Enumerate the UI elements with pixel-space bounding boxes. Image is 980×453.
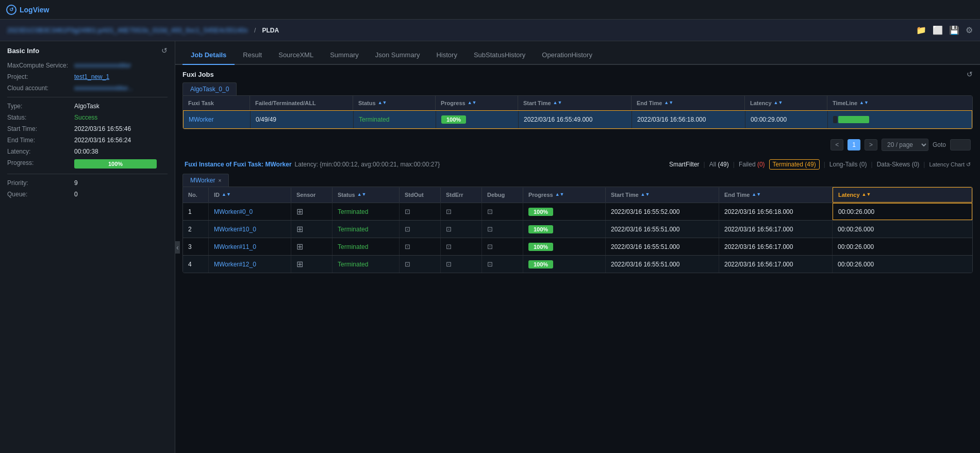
td-debug[interactable]: ⊡ xyxy=(482,238,523,255)
fuxi-table-header: Fuxi Task Failed/Terminated/ALL Status ▲… xyxy=(183,96,972,110)
tab-sourcexml[interactable]: SourceXML xyxy=(270,46,322,65)
app-title: LogView xyxy=(20,6,49,14)
info-row-latency: Latency: 00:00:38 xyxy=(7,148,168,155)
td-sensor[interactable]: ⊞ xyxy=(291,238,333,255)
sensor-icon: ⊞ xyxy=(296,259,303,269)
td-stderr[interactable]: ⊡ xyxy=(441,256,482,273)
tab-json-summary[interactable]: Json Summary xyxy=(367,46,428,65)
inst-th-stdout: StdOut xyxy=(400,188,441,202)
td-end-time: 2022/03/16 16:56:17.000 xyxy=(719,221,833,238)
td-stdout[interactable]: ⊡ xyxy=(400,256,441,273)
th-status[interactable]: Status ▲▼ xyxy=(353,96,436,110)
latency-chart-button[interactable]: Latency Chart ↺ xyxy=(929,161,971,168)
inst-th-latency[interactable]: Latency ▲▼ xyxy=(833,187,972,203)
window-icon[interactable]: ⬜ xyxy=(933,25,943,35)
inst-th-id[interactable]: ID ▲▼ xyxy=(209,188,291,202)
inst-th-no: No. xyxy=(183,188,209,202)
tab-result[interactable]: Result xyxy=(235,46,270,65)
label-maxcompute: MaxCompute Service: xyxy=(7,62,74,69)
info-row-progress: Progress: 100% xyxy=(7,159,168,169)
td-status: Terminated xyxy=(333,256,400,273)
fuxi-jobs-refresh-icon[interactable]: ↺ xyxy=(967,70,973,78)
th-timeline[interactable]: TimeLine ▲▼ xyxy=(827,96,972,110)
fuxi-table: Fuxi Task Failed/Terminated/ALL Status ▲… xyxy=(182,95,973,129)
td-stdout[interactable]: ⊡ xyxy=(400,238,441,255)
settings-icon[interactable]: ⚙ xyxy=(966,25,973,35)
instance-tab-mworker[interactable]: MWorker × xyxy=(182,174,229,187)
goto-input[interactable] xyxy=(950,139,971,150)
td-stderr[interactable]: ⊡ xyxy=(441,238,482,255)
th-latency[interactable]: Latency ▲▼ xyxy=(745,96,827,110)
tab-operation-history[interactable]: OperationHistory xyxy=(534,46,601,65)
filter-longtails[interactable]: Long-Tails (0) xyxy=(829,161,867,168)
table-row[interactable]: 4 MWorker#12_0 ⊞ Terminated ⊡ ⊡ ⊡ 100% 2… xyxy=(183,255,972,273)
td-sensor[interactable]: ⊞ xyxy=(291,203,333,220)
next-page-button[interactable]: > xyxy=(865,139,877,150)
prev-page-button[interactable]: < xyxy=(830,139,843,150)
table-row[interactable]: 2 MWorker#10_0 ⊞ Terminated ⊡ ⊡ ⊡ 100% 2… xyxy=(183,220,972,238)
tab-substatus-history[interactable]: SubStatusHistory xyxy=(466,46,534,65)
inst-th-progress[interactable]: Progress ▲▼ xyxy=(523,188,606,202)
td-id[interactable]: MWorker#12_0 xyxy=(209,256,291,273)
table-row[interactable]: 1 MWorker#0_0 ⊞ Terminated ⊡ ⊡ ⊡ 100% 20… xyxy=(183,203,972,220)
inst-th-status[interactable]: Status ▲▼ xyxy=(333,188,400,202)
logo-icon: ↺ xyxy=(6,5,16,15)
value-queue: 0 xyxy=(74,191,78,198)
td-debug[interactable]: ⊡ xyxy=(482,256,523,273)
tab-history[interactable]: History xyxy=(428,46,465,65)
top-actions: 📁 ⬜ 💾 ⚙ xyxy=(916,25,973,35)
collapse-panel-button[interactable]: ‹ xyxy=(175,241,180,254)
td-id[interactable]: MWorker#0_0 xyxy=(209,203,291,220)
per-page-select[interactable]: 20 / page 50 / page 100 / page xyxy=(882,139,928,151)
filter-terminated[interactable]: Terminated (49) xyxy=(769,159,820,170)
sensor-icon: ⊞ xyxy=(296,207,303,216)
td-id[interactable]: MWorker#10_0 xyxy=(209,221,291,238)
label-end-time: End Time: xyxy=(7,137,74,144)
tabs-bar: Job Details Result SourceXML Summary Jso… xyxy=(175,41,980,65)
filter-failed[interactable]: Failed (0) xyxy=(739,161,765,168)
left-panel-header: Basic Info ↺ xyxy=(7,46,168,55)
td-progress: 100% xyxy=(523,221,606,238)
value-project[interactable]: test1_new_1 xyxy=(74,73,109,80)
info-row-cloud: Cloud account: xxxxxxxxxxxxxxblur... xyxy=(7,85,168,92)
tab-summary[interactable]: Summary xyxy=(322,46,367,65)
value-status: Success xyxy=(74,114,97,121)
instance-tab-close-icon[interactable]: × xyxy=(218,178,221,183)
td-id[interactable]: MWorker#11_0 xyxy=(209,238,291,255)
label-queue: Queue: xyxy=(7,191,74,198)
fuxi-table-row[interactable]: MWorker 0/49/49 Terminated 100% 2022/03/… xyxy=(183,110,972,129)
label-start-time: Start Time: xyxy=(7,125,74,132)
top-bar: ↺ LogView xyxy=(0,0,980,20)
info-row-queue: Queue: 0 xyxy=(7,191,168,198)
inst-th-end-time[interactable]: End Time ▲▼ xyxy=(719,188,833,202)
table-row[interactable]: 3 MWorker#11_0 ⊞ Terminated ⊡ ⊡ ⊡ 100% 2… xyxy=(183,238,972,255)
folder-icon[interactable]: 📁 xyxy=(916,25,926,35)
td-stdout[interactable]: ⊡ xyxy=(400,203,441,220)
th-end-time[interactable]: End Time ▲▼ xyxy=(632,96,745,110)
algo-task-tab[interactable]: AlgoTask_0_0 xyxy=(182,82,237,95)
filter-smart-filter[interactable]: SmartFilter xyxy=(669,161,700,168)
page-1-button[interactable]: 1 xyxy=(848,139,860,150)
td-sensor[interactable]: ⊞ xyxy=(291,256,333,273)
save-icon[interactable]: 💾 xyxy=(949,25,959,35)
info-row-priority: Priority: 9 xyxy=(7,179,168,187)
td-stdout[interactable]: ⊡ xyxy=(400,221,441,238)
info-row-status: Status: Success xyxy=(7,114,168,121)
td-debug[interactable]: ⊡ xyxy=(482,221,523,238)
th-start-time[interactable]: Start Time ▲▼ xyxy=(518,96,632,110)
td-sensor[interactable]: ⊞ xyxy=(291,221,333,238)
td-latency: 00:00:26.000 xyxy=(833,221,972,238)
th-progress[interactable]: Progress ▲▼ xyxy=(436,96,518,110)
td-stderr[interactable]: ⊡ xyxy=(441,221,482,238)
td-stderr[interactable]: ⊡ xyxy=(441,203,482,220)
filter-dataskews[interactable]: Data-Skews (0) xyxy=(877,161,920,168)
tab-job-details[interactable]: Job Details xyxy=(182,46,235,65)
refresh-icon[interactable]: ↺ xyxy=(161,46,168,55)
td-fuxi-task-name[interactable]: MWorker xyxy=(184,111,251,128)
td-debug[interactable]: ⊡ xyxy=(482,203,523,220)
filter-all[interactable]: All (49) xyxy=(709,161,729,168)
inst-th-start-time[interactable]: Start Time ▲▼ xyxy=(606,188,719,202)
td-progress: 100% xyxy=(523,203,606,220)
value-cloud: xxxxxxxxxxxxxxblur... xyxy=(74,85,132,92)
sensor-icon: ⊞ xyxy=(296,224,303,234)
